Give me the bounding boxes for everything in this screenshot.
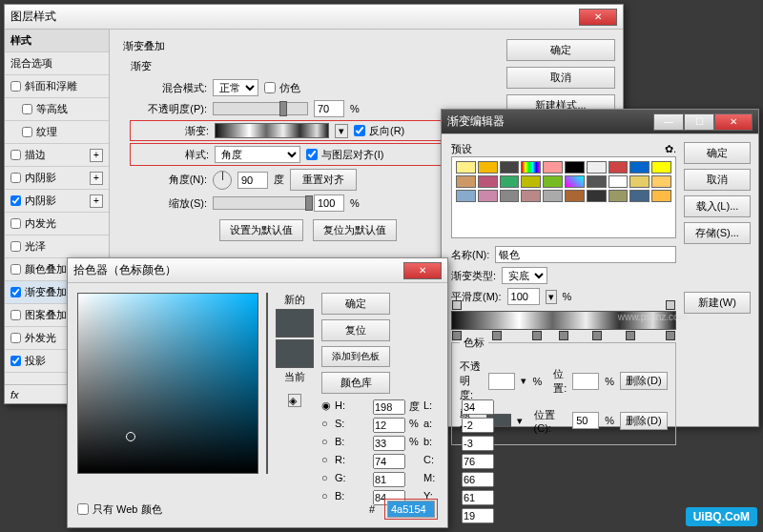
ok-button[interactable]: 确定 [321,293,390,315]
smooth-input[interactable] [507,288,540,305]
cancel-button[interactable]: 取消 [684,169,751,191]
hue-slider[interactable] [266,293,268,474]
style-checkbox[interactable] [10,81,21,92]
gradient-swatch[interactable] [456,161,476,174]
style-item[interactable]: 光泽 [5,235,109,258]
y-input[interactable] [462,490,494,505]
gradient-swatch[interactable] [587,175,607,188]
gradient-swatch[interactable] [629,190,650,202]
gradient-swatch[interactable] [608,161,629,174]
style-checkbox[interactable] [10,356,21,366]
style-item[interactable]: 描边+ [5,144,109,167]
reset-align-button[interactable]: 重置对齐 [290,169,357,191]
gradient-swatch[interactable] [478,190,498,202]
gradient-swatch[interactable] [651,161,671,174]
gear-icon[interactable]: ✿. [665,143,676,155]
style-checkbox[interactable] [10,287,21,297]
gradient-swatch[interactable] [565,175,585,188]
color-field[interactable] [77,293,258,474]
new-button[interactable]: 新建(W) [684,292,751,314]
b-input[interactable] [373,436,405,451]
style-item[interactable]: 等高线 [5,98,109,121]
plus-icon[interactable]: + [90,149,103,162]
gradient-swatch[interactable] [608,175,629,188]
g-input[interactable] [373,472,405,487]
cancel-button[interactable]: 复位 [321,319,390,341]
style-checkbox[interactable] [10,310,21,320]
save-button[interactable]: 存储(S)... [684,222,751,244]
set-default-button[interactable]: 设置为默认值 [219,219,303,241]
load-button[interactable]: 载入(L)... [684,195,751,217]
gradient-swatch[interactable] [587,161,607,174]
gradient-swatch[interactable] [608,190,629,202]
gradient-swatch[interactable] [500,175,520,188]
reset-default-button[interactable]: 复位为默认值 [313,219,397,241]
gradient-swatch[interactable] [565,161,585,174]
angle-dial[interactable] [213,171,232,190]
style-checkbox[interactable] [10,241,21,252]
close-button[interactable]: ✕ [403,262,442,279]
gradient-swatch[interactable] [565,190,585,202]
plus-icon[interactable]: + [90,194,103,208]
ok-button[interactable]: 确定 [506,39,615,61]
blend-mode-select[interactable]: 正常 [213,79,258,96]
opacity-slider[interactable] [213,102,308,115]
plus-icon[interactable]: + [90,172,103,185]
cube-icon[interactable]: ◈ [288,394,301,407]
ok-button[interactable]: 确定 [684,142,751,164]
type-select[interactable]: 实底 [502,267,547,284]
style-checkbox[interactable] [10,150,21,160]
h-input[interactable] [373,399,405,415]
gradient-swatch[interactable] [478,161,498,174]
gradient-swatch[interactable] [543,175,563,188]
m-input[interactable] [462,472,494,487]
s-input[interactable] [373,418,405,433]
close-button[interactable]: ✕ [579,9,617,26]
gradient-swatch[interactable] [543,190,563,202]
gradient-swatch[interactable] [456,190,476,202]
color-lib-button[interactable]: 颜色库 [321,372,390,394]
gradient-preview[interactable] [215,123,329,138]
dither-checkbox[interactable] [264,82,276,93]
r-input[interactable] [373,454,405,469]
gradient-swatch[interactable] [521,161,541,174]
align-checkbox[interactable] [306,149,318,160]
l-input[interactable] [462,399,494,415]
b2-input[interactable] [462,436,494,451]
add-swatch-button[interactable]: 添加到色板 [321,346,390,367]
blend-options-header[interactable]: 混合选项 [5,52,109,75]
style-select[interactable]: 角度 [215,146,300,163]
k-input[interactable] [462,508,494,523]
gradient-swatch[interactable] [543,161,563,174]
style-checkbox[interactable] [22,127,32,137]
style-checkbox[interactable] [10,264,21,275]
style-item[interactable]: 纹理 [5,121,109,144]
style-item[interactable]: 内阴影+ [5,190,109,213]
style-checkbox[interactable] [10,173,21,183]
style-checkbox[interactable] [22,104,32,114]
scale-slider[interactable] [213,196,308,210]
minimize-button[interactable]: — [653,113,684,131]
cancel-button[interactable]: 取消 [506,67,615,89]
style-checkbox[interactable] [10,333,21,343]
gradient-swatch[interactable] [456,175,476,188]
gradient-swatch[interactable] [521,175,541,188]
gradient-swatch[interactable] [500,190,520,202]
a-input[interactable] [462,418,494,433]
style-item[interactable]: 内阴影+ [5,167,109,190]
gradient-dropdown[interactable]: ▾ [335,124,348,138]
scale-input[interactable] [314,194,344,212]
hex-input[interactable] [387,501,435,518]
gradient-swatch[interactable] [500,161,520,174]
smooth-dropdown[interactable]: ▾ [546,290,557,304]
name-input[interactable] [495,246,676,263]
reverse-checkbox[interactable] [354,125,365,136]
close-button[interactable]: ✕ [714,113,753,131]
color-picker-titlebar[interactable]: 拾色器（色标颜色） ✕ [68,258,447,283]
style-checkbox[interactable] [10,218,21,229]
style-item[interactable]: 斜面和浮雕 [5,75,109,98]
gradient-swatch[interactable] [629,161,650,174]
delete-color-button[interactable]: 删除(D) [620,412,668,430]
gradient-editor-titlebar[interactable]: 渐变编辑器 — ☐ ✕ [442,110,758,134]
gradient-swatch[interactable] [521,190,541,202]
